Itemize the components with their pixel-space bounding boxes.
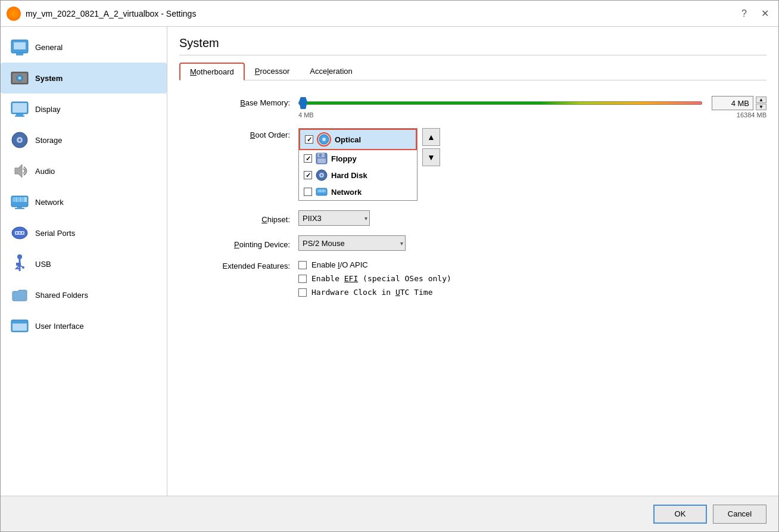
chipset-row: Chipset: PIIX3 ICH9 ▾ (179, 210, 766, 226)
sidebar-label-audio: Audio (35, 167, 55, 176)
sidebar-label-usb: USB (35, 260, 51, 269)
efi-checkbox[interactable] (298, 275, 307, 283)
svg-rect-16 (13, 197, 16, 202)
optical-circle (317, 132, 331, 147)
tab-motherboard[interactable]: Motherboard (179, 63, 245, 80)
svg-point-28 (22, 266, 24, 269)
memory-max-label: 16384 MB (737, 111, 766, 119)
svg-rect-17 (17, 197, 20, 202)
slider-labels: 4 MB 16384 MB (298, 111, 766, 119)
io-apic-label: Enable I/O APIC (311, 260, 368, 269)
memory-increment-button[interactable]: ▲ (756, 97, 766, 103)
memory-value-input[interactable] (712, 96, 753, 110)
memory-decrement-button[interactable]: ▼ (756, 104, 766, 110)
svg-point-13 (18, 139, 21, 141)
sidebar-item-serial-ports[interactable]: Serial Ports (1, 217, 167, 248)
settings-window: my_vm_2022_0821_A_2_virtualbox - Setting… (0, 0, 779, 532)
sidebar-item-usb[interactable]: USB (1, 248, 167, 279)
sidebar-item-network[interactable]: Network (1, 186, 167, 217)
svg-point-25 (22, 232, 24, 234)
floppy-icon (316, 153, 328, 164)
motherboard-section: Base Memory: ▲ (179, 90, 766, 486)
slider-row: ▲ ▼ (298, 96, 766, 110)
svg-rect-18 (21, 197, 24, 202)
sidebar-item-shared-folders[interactable]: Shared Folders (1, 279, 167, 310)
storage-icon (10, 130, 29, 150)
svg-rect-31 (13, 321, 27, 323)
audio-icon (10, 161, 29, 181)
sidebar: General System Display Storage (1, 27, 167, 496)
memory-spinner: ▲ ▼ (712, 96, 766, 110)
boot-label-optical: Optical (335, 135, 361, 144)
utc-checkbox[interactable] (298, 288, 307, 297)
title-bar-left: my_vm_2022_0821_A_2_virtualbox - Setting… (7, 7, 196, 21)
boot-up-button[interactable]: ▲ (422, 128, 440, 146)
display-icon (10, 99, 29, 119)
boot-order-label: Boot Order: (179, 128, 298, 139)
base-memory-label: Base Memory: (179, 96, 298, 107)
sidebar-item-general[interactable]: General (1, 32, 167, 63)
boot-order-list: Optical Floppy (298, 128, 417, 201)
boot-checkbox-floppy[interactable] (304, 154, 312, 163)
boot-checkbox-harddisk[interactable] (304, 171, 312, 179)
cancel-button[interactable]: Cancel (713, 505, 766, 524)
svg-rect-9 (16, 114, 23, 116)
boot-label-floppy: Floppy (331, 154, 357, 163)
svg-rect-19 (17, 207, 22, 208)
boot-item-harddisk[interactable]: Hard Disk (299, 167, 417, 183)
boot-item-floppy[interactable]: Floppy (299, 150, 417, 167)
boot-label-harddisk: Hard Disk (331, 171, 367, 180)
window-title: my_vm_2022_0821_A_2_virtualbox - Setting… (26, 9, 196, 18)
boot-checkbox-network[interactable] (304, 188, 312, 196)
chipset-label: Chipset: (179, 213, 298, 224)
svg-point-26 (17, 254, 22, 259)
sidebar-item-audio[interactable]: Audio (1, 155, 167, 186)
system-icon (10, 69, 29, 88)
sidebar-label-storage: Storage (35, 136, 63, 145)
content-area: General System Display Storage (1, 27, 778, 496)
app-icon (7, 7, 21, 21)
sidebar-label-user-interface: User Interface (35, 322, 84, 331)
extended-features-label: Extended Features: (179, 260, 298, 270)
svg-rect-8 (13, 103, 27, 113)
boot-item-network[interactable]: Network (299, 183, 417, 200)
sidebar-item-user-interface[interactable]: User Interface (1, 310, 167, 341)
tab-motherboard-label: Motherboard (190, 67, 234, 76)
boot-checkbox-optical[interactable] (305, 135, 313, 144)
svg-rect-20 (15, 208, 24, 209)
io-apic-checkbox[interactable] (298, 261, 307, 269)
efi-label: Enable EFI (special OSes only) (311, 274, 451, 283)
tab-processor-label: Processor (255, 67, 290, 76)
tab-acceleration[interactable]: Acceleration (300, 63, 363, 80)
panel-title: System (179, 36, 766, 55)
chipset-select-container: PIIX3 ICH9 ▾ (298, 210, 370, 226)
svg-point-33 (322, 138, 326, 141)
efi-row: Enable EFI (special OSes only) (298, 274, 451, 283)
footer: OK Cancel (1, 496, 778, 531)
sidebar-item-storage[interactable]: Storage (1, 125, 167, 155)
base-memory-row: Base Memory: ▲ (179, 96, 766, 119)
sidebar-item-system[interactable]: System (1, 63, 167, 94)
pointing-device-select[interactable]: PS/2 Mouse USB Tablet USB Multi-Touch Ta… (298, 235, 406, 251)
close-button[interactable]: ✕ (758, 7, 772, 20)
boot-item-optical[interactable]: Optical (299, 129, 417, 150)
svg-point-40 (321, 175, 323, 176)
sidebar-item-display[interactable]: Display (1, 94, 167, 125)
network-boot-icon (316, 186, 328, 198)
boot-down-button[interactable]: ▼ (422, 148, 440, 166)
svg-rect-1 (14, 42, 26, 49)
svg-point-23 (16, 232, 18, 234)
boot-order-arrows: ▲ ▼ (422, 128, 440, 166)
ok-button[interactable]: OK (653, 505, 707, 524)
svg-rect-45 (323, 189, 326, 192)
network-icon (10, 192, 29, 211)
chipset-select[interactable]: PIIX3 ICH9 (298, 210, 370, 226)
boot-order-container: Optical Floppy (298, 128, 440, 201)
memory-slider-thumb[interactable] (299, 97, 307, 109)
user-interface-icon (10, 316, 29, 335)
tab-processor[interactable]: Processor (245, 63, 300, 80)
extended-features-row: Extended Features: Enable I/O APIC Enabl… (179, 260, 766, 301)
general-icon (10, 38, 29, 57)
help-button[interactable]: ? (738, 7, 750, 20)
svg-rect-37 (317, 158, 326, 163)
